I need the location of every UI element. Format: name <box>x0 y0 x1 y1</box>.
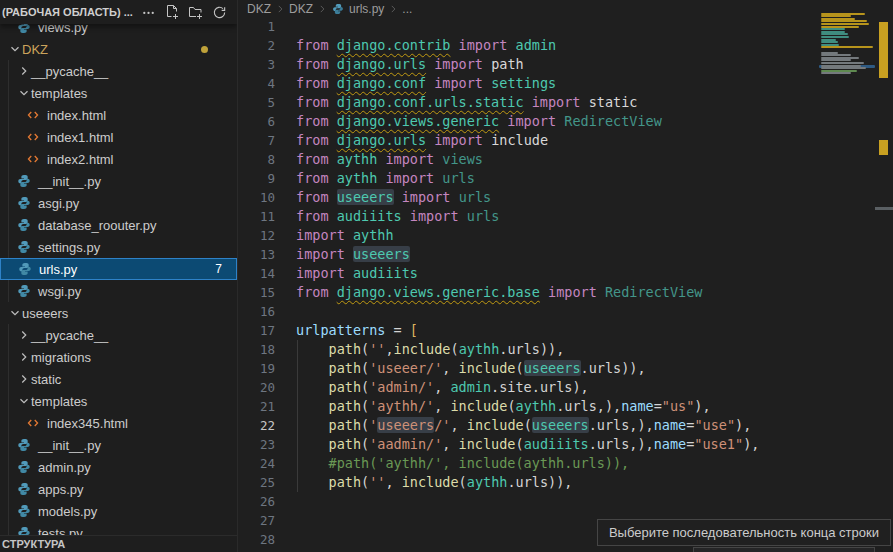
line-number[interactable]: 23 <box>239 435 275 454</box>
tree-item-index1.html[interactable]: index1.html <box>0 126 237 148</box>
tree-item-settings.py[interactable]: settings.py <box>0 236 237 258</box>
line-number[interactable]: 26 <box>239 492 275 511</box>
tree-item-__init__.py[interactable]: __init__.py <box>0 434 237 456</box>
tree-item-asgi.py[interactable]: asgi.py <box>0 192 237 214</box>
line-number[interactable]: 10 <box>239 188 275 207</box>
new-file-icon[interactable] <box>164 3 180 21</box>
line-number[interactable]: 17 <box>239 321 275 340</box>
refresh-icon[interactable] <box>212 3 227 21</box>
code-line-17[interactable]: 17urlpatterns = [ <box>239 321 875 340</box>
code-text: #path('aythh/', include(aythh.urls)), <box>296 454 629 473</box>
tree-item-index345.html[interactable]: index345.html <box>0 412 237 434</box>
tree-item-models.py[interactable]: models.py <box>0 500 237 522</box>
code-line-11[interactable]: 11from audiiits import urls <box>239 207 875 226</box>
code-line-4[interactable]: 4from django.conf import settings <box>239 74 875 93</box>
line-number[interactable]: 24 <box>239 454 275 473</box>
line-number[interactable]: 2 <box>239 36 275 55</box>
code-line-8[interactable]: 8from aythh import views <box>239 150 875 169</box>
tree-item-wsgi.py[interactable]: wsgi.py <box>0 280 237 302</box>
line-number[interactable]: 6 <box>239 112 275 131</box>
code-line-10[interactable]: 10from useeers import urls <box>239 188 875 207</box>
tree-item-static[interactable]: static <box>0 368 237 390</box>
breadcrumb-item[interactable]: ... <box>402 2 412 16</box>
breadcrumb-item[interactable]: DKZ <box>247 2 271 16</box>
line-number[interactable]: 4 <box>239 74 275 93</box>
tree-item-index2.html[interactable]: index2.html <box>0 148 237 170</box>
chevron-right-icon <box>17 371 31 387</box>
code-line-20[interactable]: 20 path('admin/', admin.site.urls), <box>239 378 875 397</box>
line-number[interactable]: 16 <box>239 302 275 321</box>
line-number[interactable]: 9 <box>239 169 275 188</box>
tree-item-__init__.py[interactable]: __init__.py <box>0 170 237 192</box>
line-number[interactable]: 13 <box>239 245 275 264</box>
line-number[interactable]: 22 <box>239 416 275 435</box>
minimap[interactable] <box>819 5 875 95</box>
line-number[interactable]: 27 <box>239 511 275 530</box>
collapse-folders-icon[interactable] <box>235 3 238 21</box>
code-line-25[interactable]: 25 path('', include(aythh.urls)), <box>239 473 875 492</box>
breadcrumb-item[interactable]: DKZ <box>289 2 313 16</box>
tree-item-urls.py[interactable]: urls.py7 <box>0 258 237 280</box>
line-number[interactable]: 3 <box>239 55 275 74</box>
code-line-19[interactable]: 19 path('useeer/', include(useeers.urls)… <box>239 359 875 378</box>
code-line-22[interactable]: 22 path('useeers/', include(useeers.urls… <box>239 416 875 435</box>
outline-label: СТРУКТУРА <box>0 538 65 550</box>
tree-item-apps.py[interactable]: apps.py <box>0 478 237 500</box>
tree-item-index.html[interactable]: index.html <box>0 104 237 126</box>
tree-item-useeers[interactable]: useeers <box>0 302 237 324</box>
tree-item-migrations[interactable]: migrations <box>0 346 237 368</box>
code-line-2[interactable]: 2from django.contrib import admin <box>239 36 875 55</box>
line-number[interactable]: 5 <box>239 93 275 112</box>
workspace-title: (РАБОЧАЯ ОБЛАСТЬ) ... <box>2 6 133 18</box>
code-line-3[interactable]: 3from django.urls import path <box>239 55 875 74</box>
overview-ruler[interactable] <box>875 0 893 552</box>
line-number[interactable]: 19 <box>239 359 275 378</box>
line-number[interactable]: 15 <box>239 283 275 302</box>
more-actions-icon[interactable] <box>141 3 156 21</box>
code-line-9[interactable]: 9from aythh import urls <box>239 169 875 188</box>
code-line-15[interactable]: 15from django.views.generic.base import … <box>239 283 875 302</box>
code-line-24[interactable]: 24 #path('aythh/', include(aythh.urls)), <box>239 454 875 473</box>
code-line-13[interactable]: 13import useeers <box>239 245 875 264</box>
line-number[interactable]: 11 <box>239 207 275 226</box>
tree-item-templates[interactable]: templates <box>0 390 237 412</box>
line-number[interactable]: 12 <box>239 226 275 245</box>
code-line-26[interactable]: 26 <box>239 492 875 511</box>
line-number[interactable]: 1 <box>239 17 275 36</box>
line-number[interactable]: 28 <box>239 530 275 549</box>
line-number[interactable]: 18 <box>239 340 275 359</box>
code-line-18[interactable]: 18 path('',include(aythh.urls)), <box>239 340 875 359</box>
code-line-7[interactable]: 7from django.urls import include <box>239 131 875 150</box>
line-number[interactable]: 20 <box>239 378 275 397</box>
tree-item-admin.py[interactable]: admin.py <box>0 456 237 478</box>
code-area[interactable]: 12from django.contrib import admin3from … <box>239 17 875 552</box>
breadcrumb[interactable]: DKZ DKZ urls.py ... <box>239 0 893 17</box>
breadcrumb-item[interactable]: urls.py <box>349 2 384 16</box>
code-line-16[interactable]: 16 <box>239 302 875 321</box>
line-number[interactable]: 25 <box>239 473 275 492</box>
line-number[interactable]: 8 <box>239 150 275 169</box>
new-folder-icon[interactable] <box>188 3 204 21</box>
code-line-5[interactable]: 5from django.conf.urls.static import sta… <box>239 93 875 112</box>
code-line-6[interactable]: 6from django.views.generic import Redire… <box>239 112 875 131</box>
code-line-14[interactable]: 14import audiiits <box>239 264 875 283</box>
tree-item-templates[interactable]: templates <box>0 82 237 104</box>
code-line-23[interactable]: 23 path('aadmin/', include(audiiits.urls… <box>239 435 875 454</box>
code-text: from django.urls import path <box>296 55 524 74</box>
code-text: from useeers import urls <box>296 188 491 207</box>
explorer-sidebar: (РАБОЧАЯ ОБЛАСТЬ) ... views.pyDKZ__pycac… <box>0 0 238 552</box>
warning-marker <box>879 140 888 155</box>
html-icon <box>26 152 43 167</box>
code-line-21[interactable]: 21 path('aythh/', include(aythh.urls,),n… <box>239 397 875 416</box>
code-line-12[interactable]: 12import aythh <box>239 226 875 245</box>
explorer-section-header[interactable]: (РАБОЧАЯ ОБЛАСТЬ) ... <box>0 0 237 24</box>
tree-item-__pycache__[interactable]: __pycache__ <box>0 60 237 82</box>
tree-item-__pycache__[interactable]: __pycache__ <box>0 324 237 346</box>
tree-item-database_roouter.py[interactable]: database_roouter.py <box>0 214 237 236</box>
code-line-1[interactable]: 1 <box>239 17 875 36</box>
line-number[interactable]: 7 <box>239 131 275 150</box>
line-number[interactable]: 21 <box>239 397 275 416</box>
outline-section-header[interactable]: СТРУКТУРА <box>0 535 237 552</box>
line-number[interactable]: 14 <box>239 264 275 283</box>
tree-item-DKZ[interactable]: DKZ <box>0 38 237 60</box>
